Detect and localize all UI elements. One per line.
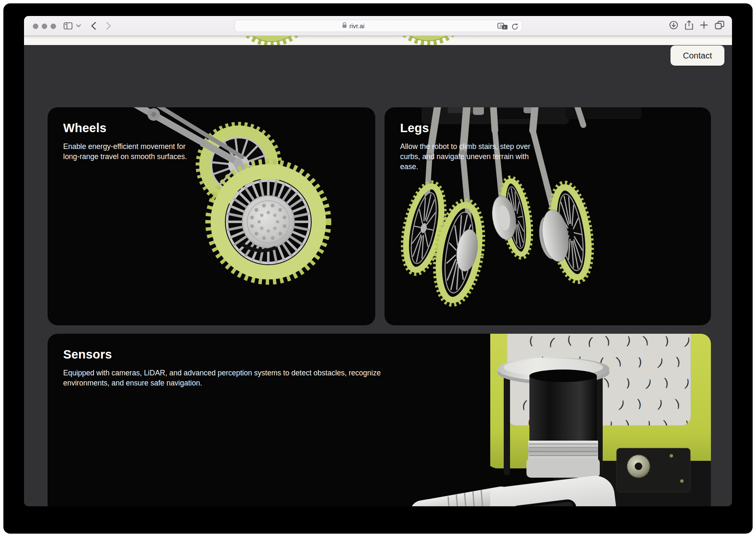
page-hero-remnant [24,36,732,45]
hero-wheel-remnant-left [234,36,310,45]
contact-button[interactable]: Contact [671,45,724,66]
address-bar-content: rivr.ai [342,22,365,30]
card-title-legs: Legs [400,121,711,135]
browser-toolbar: rivr.ai Ax [24,16,732,36]
feature-card-wheels: Wheels Enable energy-efficient movement … [48,107,375,325]
card-description-wheels: Enable energy-efficient movement for lon… [63,141,194,162]
card-title-sensors: Sensors [63,348,711,362]
wheels-illustration [48,107,375,325]
window-controls[interactable] [33,24,56,29]
chevron-down-icon[interactable] [75,16,81,36]
card-title-wheels: Wheels [63,121,375,135]
browser-window: rivr.ai Ax [24,16,732,506]
hero-wheel-remnant-right [390,36,466,45]
url-text: rivr.ai [350,22,365,29]
card-description-sensors: Equipped with cameras, LiDAR, and advanc… [63,368,392,388]
desktop-background: rivr.ai Ax [3,3,753,534]
card-description-legs: Allow the robot to climb stairs, step ov… [400,141,539,172]
translate-icon[interactable]: Ax [497,20,508,32]
toolbar-right-icons [669,16,724,36]
svg-text:(: ( [529,334,534,347]
close-window-button[interactable] [33,24,38,29]
minimize-window-button[interactable] [42,24,47,29]
new-tab-icon[interactable] [700,21,708,31]
svg-text:): ) [626,376,630,389]
svg-text:A: A [500,24,502,28]
sidebar-icon[interactable] [63,16,73,36]
address-bar[interactable]: rivr.ai Ax [235,20,522,32]
feature-card-legs: Legs Allow the robot to climb stairs, st… [385,107,711,325]
legs-illustration [385,107,711,325]
svg-text:x: x [504,25,506,29]
svg-text:): ) [665,334,669,347]
reload-icon[interactable] [511,20,518,32]
page-content: Contact [24,45,732,506]
tabs-overview-icon[interactable] [715,21,724,31]
feature-card-sensors: ((((())))(((()))))((((())))(((()))))((((… [48,334,711,506]
download-icon[interactable] [669,21,678,31]
forward-icon[interactable] [105,16,112,36]
lock-icon [342,22,347,30]
back-icon[interactable] [90,16,97,36]
zoom-window-button[interactable] [51,24,56,29]
share-icon[interactable] [685,20,693,32]
